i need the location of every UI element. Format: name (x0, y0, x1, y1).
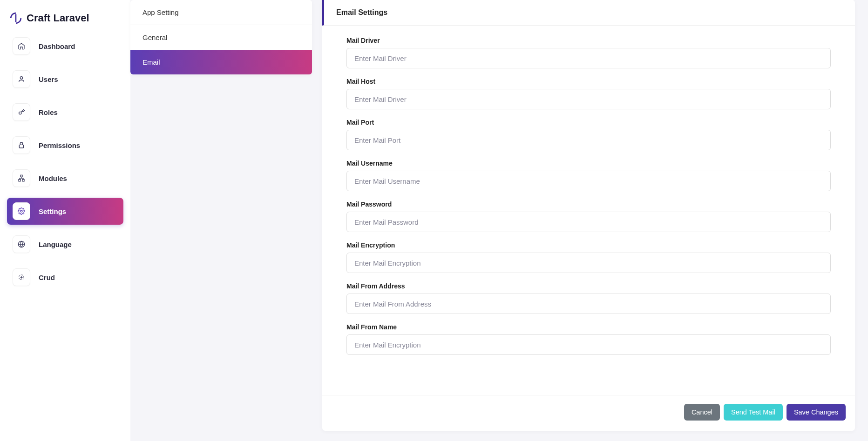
svg-rect-3 (19, 145, 23, 148)
label-mail-from-address: Mail From Address (346, 282, 831, 290)
sidebar-item-label: Users (39, 75, 58, 83)
label-mail-port: Mail Port (346, 119, 831, 126)
subnav-card: App Setting General Email (130, 0, 312, 74)
email-settings-card: Email Settings Mail Driver Mail Host Mai… (322, 0, 855, 431)
content: App Setting General Email Email Settings… (130, 0, 868, 441)
svg-point-1 (20, 77, 22, 79)
field-mail-driver: Mail Driver (346, 37, 831, 68)
sidebar-item-label: Language (39, 241, 72, 248)
sidebar-item-label: Roles (39, 108, 58, 116)
svg-point-2 (19, 112, 21, 114)
input-mail-username[interactable] (346, 171, 831, 191)
label-mail-username: Mail Username (346, 160, 831, 167)
cancel-button[interactable]: Cancel (684, 404, 720, 421)
sidebar-item-label: Crud (39, 274, 55, 281)
lock-icon (13, 136, 30, 154)
brand-name: Craft Laravel (27, 12, 89, 24)
field-mail-from-address: Mail From Address (346, 282, 831, 314)
input-mail-from-address[interactable] (346, 294, 831, 314)
subnav-item-email[interactable]: Email (130, 50, 312, 74)
gear-icon (13, 202, 30, 220)
sidebar: Craft Laravel Dashboard Users Roles Perm (0, 0, 130, 441)
sidebar-item-label: Dashboard (39, 42, 75, 50)
input-mail-driver[interactable] (346, 48, 831, 68)
save-changes-button[interactable]: Save Changes (787, 404, 846, 421)
label-mail-driver: Mail Driver (346, 37, 831, 44)
sidebar-item-dashboard[interactable]: Dashboard (7, 33, 123, 60)
label-mail-encryption: Mail Encryption (346, 241, 831, 249)
crosshair-icon (13, 268, 30, 286)
sidebar-item-settings[interactable]: Settings (7, 198, 123, 225)
user-icon (13, 70, 30, 88)
input-mail-from-name[interactable] (346, 334, 831, 355)
svg-rect-4 (20, 175, 22, 177)
svg-rect-5 (19, 180, 20, 181)
key-icon (13, 103, 30, 121)
subnav-title: App Setting (130, 0, 312, 25)
sidebar-item-modules[interactable]: Modules (7, 165, 123, 192)
brand-logo-icon (10, 12, 22, 24)
label-mail-from-name: Mail From Name (346, 323, 831, 331)
send-test-mail-button[interactable]: Send Test Mail (724, 404, 783, 421)
field-mail-port: Mail Port (346, 119, 831, 150)
svg-point-7 (20, 210, 22, 212)
field-mail-from-name: Mail From Name (346, 323, 831, 355)
input-mail-host[interactable] (346, 89, 831, 109)
sidebar-item-label: Permissions (39, 141, 80, 149)
subnav-item-general[interactable]: General (130, 25, 312, 50)
sidebar-item-roles[interactable]: Roles (7, 99, 123, 126)
sidebar-item-label: Modules (39, 174, 67, 182)
hierarchy-icon (13, 169, 30, 187)
sidebar-item-language[interactable]: Language (7, 231, 123, 258)
sidebar-item-permissions[interactable]: Permissions (7, 132, 123, 159)
label-mail-host: Mail Host (346, 78, 831, 85)
svg-rect-6 (22, 180, 24, 181)
globe-icon (13, 235, 30, 253)
input-mail-password[interactable] (346, 212, 831, 232)
sidebar-item-label: Settings (39, 207, 66, 215)
field-mail-password: Mail Password (346, 200, 831, 232)
field-mail-username: Mail Username (346, 160, 831, 191)
input-mail-encryption[interactable] (346, 253, 831, 273)
page-title: Email Settings (322, 0, 855, 26)
brand-logo[interactable]: Craft Laravel (7, 8, 123, 33)
form-body: Mail Driver Mail Host Mail Port Mail Use… (322, 26, 855, 395)
form-footer: Cancel Send Test Mail Save Changes (322, 395, 855, 431)
input-mail-port[interactable] (346, 130, 831, 150)
label-mail-password: Mail Password (346, 200, 831, 208)
field-mail-host: Mail Host (346, 78, 831, 109)
sidebar-item-users[interactable]: Users (7, 66, 123, 93)
field-mail-encryption: Mail Encryption (346, 241, 831, 273)
home-icon (13, 37, 30, 55)
sidebar-item-crud[interactable]: Crud (7, 264, 123, 291)
